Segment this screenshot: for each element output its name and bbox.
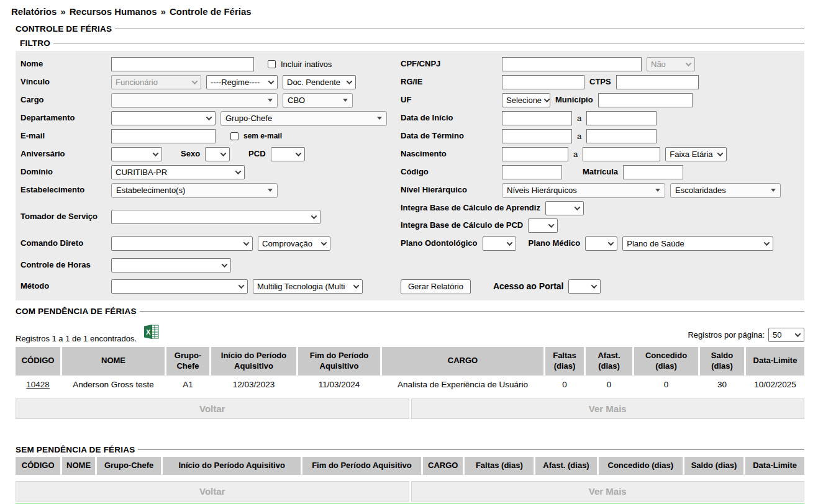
cpf-nao-select[interactable]: Não bbox=[647, 57, 695, 71]
sexo-select[interactable] bbox=[205, 147, 230, 161]
metodo-select[interactable] bbox=[111, 279, 248, 294]
ver-mais-button[interactable]: Ver Mais bbox=[411, 398, 805, 419]
rg-ie-label: RG/IE bbox=[401, 78, 497, 87]
tomador-select[interactable] bbox=[111, 210, 320, 224]
matricula-label: Matrícula bbox=[583, 168, 618, 177]
filter-row-estabelecimento: Estabelecimento Estabelecimento(s) bbox=[20, 181, 401, 199]
nome-input[interactable] bbox=[111, 57, 254, 71]
pending-table-actions: Voltar Ver Mais bbox=[16, 398, 804, 419]
pending-section-title: COM PENDÊNCIA DE FÉRIAS bbox=[16, 307, 140, 316]
codigo-input[interactable] bbox=[502, 165, 562, 179]
data-inicio-ate-input[interactable] bbox=[586, 111, 657, 125]
pending-table-header-row: CÓDIGO NOME Grupo-Chefe Início do Períod… bbox=[16, 347, 804, 376]
departamento-select[interactable] bbox=[111, 111, 216, 125]
email-input[interactable] bbox=[111, 129, 216, 143]
plano-odontologico-select[interactable] bbox=[483, 236, 516, 251]
uf-label: UF bbox=[401, 96, 497, 105]
integra-aprendiz-select[interactable] bbox=[545, 201, 584, 215]
doc-pendente-select[interactable]: Doc. Pendente bbox=[283, 75, 356, 89]
row-data-limite-cell: 10/02/2025 bbox=[746, 377, 804, 392]
row-saldo-cell: 30 bbox=[700, 377, 744, 392]
filter-section-legend: FILTRO bbox=[20, 38, 804, 48]
range-to-label: a bbox=[577, 132, 581, 141]
comprovacao-select[interactable]: Comprovação bbox=[258, 236, 330, 251]
faixa-etaria-select[interactable]: Faixa Etária bbox=[665, 147, 727, 161]
grupo-chefe-combobox[interactable]: Grupo-Chefe bbox=[220, 111, 387, 126]
integra-pcd-select[interactable] bbox=[528, 218, 558, 233]
filter-row-gerar: Gerar Relatório Acesso ao Portal bbox=[401, 277, 799, 295]
col-header-inicio-periodo: Início do Período Aquisitivo bbox=[163, 457, 300, 475]
cargo-combobox[interactable] bbox=[111, 93, 278, 108]
chevron-down-icon bbox=[206, 114, 212, 120]
dropdown-arrow-icon bbox=[771, 189, 776, 192]
cargo-label: Cargo bbox=[20, 96, 106, 105]
empresa-select[interactable]: Multilig Tecnologia (Multi bbox=[253, 279, 363, 294]
departamento-label: Departamento bbox=[20, 114, 106, 123]
row-fim-cell: 11/03/2024 bbox=[298, 377, 380, 392]
municipio-input[interactable] bbox=[598, 93, 693, 107]
col-header-grupo-chefe: Grupo-Chefe bbox=[97, 457, 161, 475]
controle-horas-select[interactable] bbox=[111, 258, 231, 272]
plano-saude-select[interactable]: Plano de Saúde bbox=[622, 236, 773, 251]
acesso-portal-select[interactable] bbox=[568, 279, 601, 294]
chevron-down-icon bbox=[574, 204, 580, 210]
matricula-input[interactable] bbox=[623, 165, 683, 179]
dominio-label: Domínio bbox=[20, 168, 106, 177]
plano-saude-select-value: Plano de Saúde bbox=[627, 239, 684, 248]
filter-row-integra: Integra Base de Cálculo de Aprendiz Inte… bbox=[401, 199, 799, 235]
gerar-relatorio-button[interactable]: Gerar Relatório bbox=[401, 279, 471, 294]
controle-de-ferias-page: Relatórios»Recursos Humanos»Controle de … bbox=[0, 6, 818, 504]
no-pending-section-legend: SEM PENDÊNCIA DE FÉRIAS bbox=[16, 445, 804, 454]
nascimento-de-input[interactable] bbox=[502, 147, 568, 161]
incluir-inativos-checkbox[interactable] bbox=[268, 60, 276, 68]
rg-ie-input[interactable] bbox=[502, 75, 584, 89]
col-header-afast: Afast. (dias) bbox=[586, 347, 632, 376]
ver-mais-button[interactable]: Ver Mais bbox=[411, 481, 805, 502]
filter-row-empty bbox=[401, 253, 799, 277]
pcd-select[interactable] bbox=[271, 147, 305, 161]
excel-export-icon[interactable]: X bbox=[143, 323, 160, 342]
voltar-button[interactable]: Voltar bbox=[16, 481, 409, 502]
breadcrumb-item-relatorios[interactable]: Relatórios bbox=[11, 6, 57, 17]
codigo-label: Código bbox=[401, 168, 497, 177]
col-header-concedido: Concedido (dias) bbox=[599, 457, 683, 475]
dominio-select[interactable]: CURITIBA-PR bbox=[111, 165, 245, 179]
data-inicio-label: Data de Início bbox=[401, 114, 497, 123]
ctps-input[interactable] bbox=[616, 75, 699, 89]
pending-section-legend: COM PENDÊNCIA DE FÉRIAS bbox=[16, 307, 804, 316]
data-termino-de-input[interactable] bbox=[502, 129, 572, 143]
row-nome-cell: Anderson Gross teste bbox=[62, 377, 165, 392]
sem-email-checkbox[interactable] bbox=[230, 132, 239, 140]
filter-row-nome: Nome Incluir inativos bbox=[20, 55, 401, 73]
vinculo-select[interactable]: Funcionário bbox=[111, 75, 201, 89]
data-inicio-de-input[interactable] bbox=[502, 111, 572, 125]
data-termino-ate-input[interactable] bbox=[586, 129, 657, 143]
breadcrumb-item-recursos-humanos[interactable]: Recursos Humanos bbox=[70, 6, 157, 17]
cbo-combobox[interactable]: CBO bbox=[283, 93, 353, 108]
per-page-label: Registros por página: bbox=[688, 330, 765, 340]
filter-row-data-inicio: Data de Início a bbox=[401, 109, 799, 127]
cpf-cnpj-input[interactable] bbox=[502, 57, 642, 71]
vinculo-select-value: Funcionário bbox=[116, 78, 158, 87]
nascimento-ate-input[interactable] bbox=[583, 147, 660, 161]
regime-select[interactable]: ----Regime---- bbox=[206, 75, 278, 89]
aniversario-select[interactable] bbox=[111, 147, 162, 161]
dropdown-arrow-icon bbox=[268, 189, 273, 192]
col-header-cargo: CARGO bbox=[382, 347, 543, 376]
plano-medico-select[interactable] bbox=[585, 236, 617, 251]
chevron-down-icon bbox=[353, 282, 360, 289]
chevron-down-icon bbox=[243, 240, 250, 246]
estabelecimento-combobox[interactable]: Estabelecimento(s) bbox=[111, 183, 278, 198]
filter-row-dominio: Domínio CURITIBA-PR bbox=[20, 163, 401, 181]
plano-medico-label: Plano Médico bbox=[529, 239, 581, 248]
comando-direto-select[interactable] bbox=[111, 236, 253, 251]
codigo-link[interactable]: 10428 bbox=[26, 380, 50, 389]
voltar-button[interactable]: Voltar bbox=[16, 398, 409, 419]
regime-select-value: ----Regime---- bbox=[211, 78, 260, 87]
sem-email-label: sem e-mail bbox=[243, 132, 282, 141]
escolaridades-combobox[interactable]: Escolaridades bbox=[670, 183, 781, 198]
per-page-select[interactable]: 50 bbox=[768, 328, 804, 342]
filter-row-rg: RG/IE CTPS bbox=[401, 73, 799, 91]
uf-select[interactable]: Selecione bbox=[502, 93, 550, 107]
niveis-hierarquicos-combobox[interactable]: Níveis Hierárquicos bbox=[502, 183, 665, 198]
